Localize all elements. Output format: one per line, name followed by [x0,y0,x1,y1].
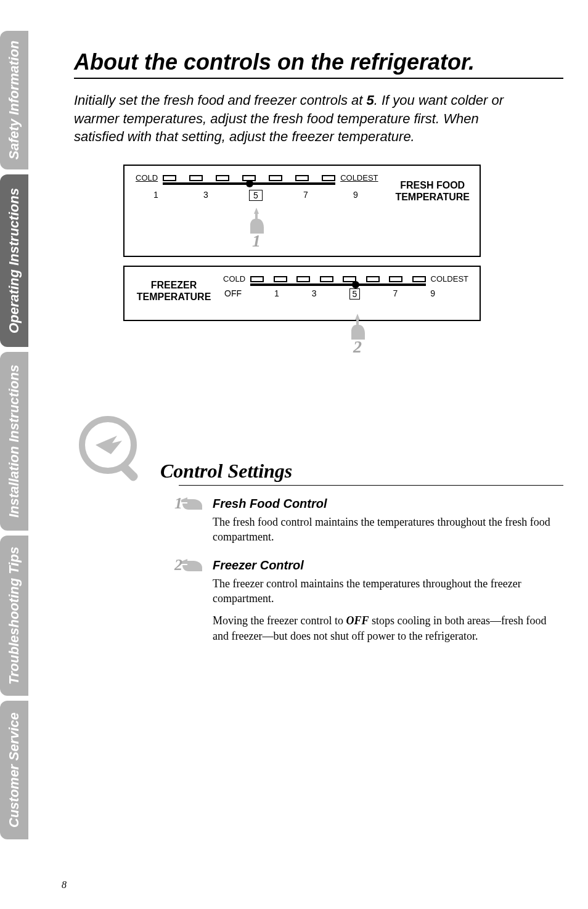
scale-num: 1 [149,190,163,201]
diagrams: COLD COLDEST 1 [123,165,563,374]
fresh-food-control-block: 1 Fresh Food Control The fresh food cont… [213,497,563,545]
detent [366,276,380,282]
body2-off: OFF [346,614,369,627]
detent [320,276,333,282]
tab-operating-instructions[interactable]: Operating Instructions [0,174,28,347]
section-head: Control Settings [74,411,563,485]
detent [274,276,287,282]
slider-knob[interactable] [352,281,359,288]
cold-label: COLD [223,274,245,283]
intro-paragraph: Initially set the fresh food and freezer… [74,91,518,146]
cold-label: COLD [136,173,158,182]
callout-hand-1: 1 [245,206,267,251]
intro-bold-5: 5 [366,92,374,108]
fresh-food-panel: COLD COLDEST 1 [123,165,481,257]
section-rule [179,485,563,486]
detent [322,175,335,181]
tab-customer-service[interactable]: Customer Service [0,701,28,839]
pointing-hand-right-icon [180,556,205,574]
scale-num: OFF [224,288,242,300]
magnifier-arrow-icon [74,411,148,485]
section-title: Control Settings [160,460,563,483]
sidebar-tabs: Safety Information Operating Instruction… [0,0,62,909]
page-title: About the controls on the refrigerator. [74,49,563,75]
detent [163,175,176,181]
callout-number: 1 [252,231,261,251]
page-number: 8 [62,879,67,891]
scale-num: 3 [312,288,317,300]
detent [216,175,229,181]
callout-hand-2: 2 [345,312,370,357]
coldest-label: COLDEST [340,173,378,182]
scale-num: 1 [274,288,279,300]
callout-inline-2: 2 [174,556,205,574]
detent [269,175,282,181]
scale-num-selected: 5 [249,190,263,201]
callout-number: 1 [174,494,182,513]
detent [189,175,203,181]
detent [250,276,264,282]
callout-inline-1: 1 [174,494,205,513]
freezer-control-body1: The freezer control maintains the temper… [213,576,563,606]
pointing-hand-right-icon [180,495,205,512]
freezer-panel: FREEZER TEMPERATURE COLD [123,266,481,321]
scale-num: 7 [393,288,398,300]
tab-troubleshooting-tips[interactable]: Troubleshooting Tips [0,536,28,696]
detent [389,276,402,282]
freezer-label: FREEZER TEMPERATURE [125,267,223,303]
fresh-food-control-body: The fresh food control maintains the tem… [213,515,563,545]
main-content: About the controls on the refrigerator. … [74,49,563,657]
intro-text-1: Initially set the fresh food and freezer… [74,92,366,108]
label-line1: FRESH FOOD [400,180,465,190]
coldest-label: COLDEST [431,274,468,283]
callout-number: 2 [353,337,362,357]
detent [296,276,310,282]
scale-num: 9 [349,190,362,201]
scale-num: 7 [299,190,312,201]
tab-safety-information[interactable]: Safety Information [0,31,28,169]
label-line2: TEMPERATURE [395,192,470,202]
scale-num: 9 [430,288,435,300]
tab-installation-instructions[interactable]: Installation Instructions [0,352,28,531]
freezer-control-block: 2 Freezer Control The freezer control ma… [213,558,563,643]
fresh-food-control-heading: Fresh Food Control [213,497,563,511]
scale-num: 3 [199,190,213,201]
freezer-control-body2: Moving the freezer control to OFF stops … [213,613,563,643]
label-line1: FREEZER [151,280,197,290]
freezer-control-heading: Freezer Control [213,558,563,573]
body2-a: Moving the freezer control to [213,614,346,627]
title-rule [74,78,563,79]
scale-num-selected: 5 [349,288,361,300]
callout-number: 2 [174,556,182,574]
detent [412,276,426,282]
label-line2: TEMPERATURE [137,291,211,302]
slider-track [250,283,425,286]
detent [295,175,309,181]
fresh-food-label: FRESH FOOD TEMPERATURE [395,179,470,203]
